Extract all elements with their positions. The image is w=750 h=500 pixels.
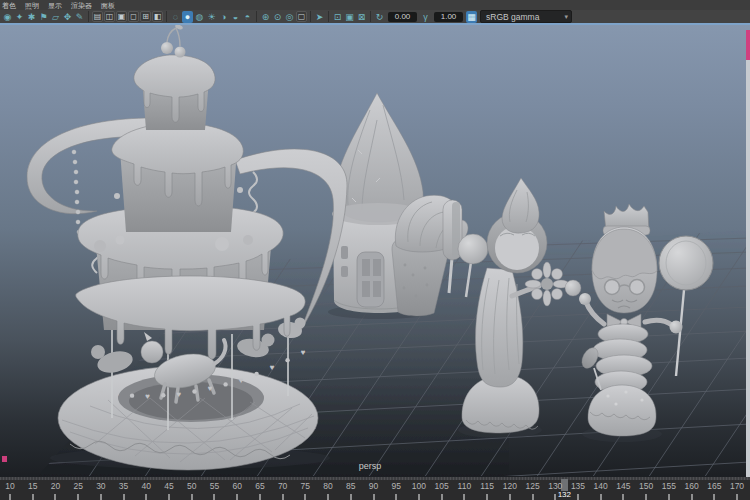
timeline-tick: [691, 494, 693, 500]
textured-icon[interactable]: ◍: [194, 11, 205, 23]
model-king-character: [565, 204, 713, 442]
timeline-tick: [9, 494, 11, 500]
timeline-tick: [32, 494, 34, 500]
menu-item-3[interactable]: 渲染器: [71, 1, 92, 10]
timeline-frame-label: 10: [5, 481, 14, 491]
exposure-field[interactable]: 0.00: [388, 12, 417, 22]
color-management-dropdown[interactable]: sRGB gamma▾: [480, 10, 572, 23]
image-plane-icon[interactable]: ▱: [50, 11, 61, 23]
timeline-frame-label: 90: [369, 481, 378, 491]
gamma-icon[interactable]: γ: [420, 11, 431, 23]
ambient-occlusion-icon[interactable]: ⊙: [272, 11, 283, 23]
timeline-frame-label: 55: [210, 481, 219, 491]
timeline-tick: [350, 494, 352, 500]
timeline-frame-label: 40: [142, 481, 151, 491]
timeline-frame-label: 45: [164, 481, 173, 491]
timeline-frame-label: 30: [96, 481, 105, 491]
exposure-icon[interactable]: ↻: [374, 11, 385, 23]
timeline-frame-label: 165: [707, 481, 721, 491]
color-management-value: sRGB gamma: [481, 12, 564, 22]
timeline-frame-label: 70: [278, 481, 287, 491]
layout-outliner-pane-icon[interactable]: ◧: [152, 11, 163, 22]
panel-menu-bar: 着色照明显示渲染器面板: [0, 0, 750, 10]
select-camera-icon[interactable]: ◉: [2, 11, 13, 23]
timeline-frame-label: 60: [232, 481, 241, 491]
svg-text:♥: ♥: [239, 376, 244, 385]
time-slider[interactable]: 132 101520253035404550556065707580859095…: [0, 477, 750, 500]
timeline-tick: [168, 494, 170, 500]
viewport-canvas: ♥♥♥♥♥♥♥♥: [0, 25, 750, 477]
use-lights-icon[interactable]: ☀: [206, 11, 217, 23]
gate-mask-icon[interactable]: ⊠: [356, 11, 367, 23]
resolution-gate-icon[interactable]: ▣: [344, 11, 355, 23]
right-edge-pink-strip: [746, 30, 750, 60]
model-cake-carousel: ♥♥♥♥♥♥♥♥: [27, 25, 347, 470]
layout-three-pane-icon[interactable]: ◻: [128, 11, 139, 22]
timeline-frame-label: 95: [391, 481, 400, 491]
layout-four-pane-icon[interactable]: ⊞: [140, 11, 151, 22]
gamma-field[interactable]: 1.00: [434, 12, 463, 22]
occlusion-icon[interactable]: ◒: [230, 11, 241, 23]
timeline-tick: [191, 494, 193, 500]
svg-text:♥: ♥: [208, 384, 213, 393]
layout-single-pane-icon[interactable]: ▤: [92, 11, 103, 22]
timeline-tick: [54, 494, 56, 500]
menu-item-2[interactable]: 显示: [48, 1, 62, 10]
toolbar-divider: [310, 11, 311, 22]
timeline-frame-label: 130: [548, 481, 562, 491]
timeline-frame-label: 35: [119, 481, 128, 491]
wireframe-icon[interactable]: ◌: [170, 11, 181, 23]
pink-marker: [2, 456, 7, 462]
timeline-tick: [645, 494, 647, 500]
timeline-frame-label: 140: [594, 481, 608, 491]
timeline-tick: [418, 494, 420, 500]
timeline-tick: [213, 494, 215, 500]
layout-two-pane-side-icon[interactable]: ◫: [104, 11, 115, 22]
menu-item-0[interactable]: 着色: [2, 1, 16, 10]
timeline-tick: [622, 494, 624, 500]
timeline-frame-label: 65: [255, 481, 264, 491]
menu-item-1[interactable]: 照明: [25, 1, 39, 10]
timeline-frame-label: 20: [51, 481, 60, 491]
panel-icon-toolbar: ◉✦✱⚑▱✥✎▤◫▣◻⊞◧◌●◍☀◑◒◓⊛⊙◎▢➤⊡▣⊠↻0.00γ1.00▦s…: [0, 10, 750, 23]
timeline-frame-label: 125: [525, 481, 539, 491]
timeline-frame-label: 155: [662, 481, 676, 491]
toolbar-divider: [328, 11, 329, 22]
svg-text:♥: ♥: [270, 363, 275, 372]
right-edge-scrollbar[interactable]: [746, 36, 750, 477]
svg-text:♥: ♥: [177, 390, 182, 399]
view-transform-icon[interactable]: ▦: [466, 11, 477, 23]
lock-camera-icon[interactable]: ✦: [14, 11, 25, 23]
timeline-tick: [236, 494, 238, 500]
timeline-tick: [577, 494, 579, 500]
timeline-frame-label: 150: [639, 481, 653, 491]
grease-pencil-icon[interactable]: ✎: [74, 11, 85, 23]
timeline-frame-label: 75: [301, 481, 310, 491]
xray-icon[interactable]: ▢: [296, 11, 307, 22]
shadows-icon[interactable]: ◑: [218, 11, 229, 23]
timeline-frame-label: 15: [28, 481, 37, 491]
timeline-tick: [304, 494, 306, 500]
timeline-frame-label: 110: [458, 481, 472, 491]
isolate-select-icon[interactable]: ➤: [314, 11, 325, 23]
timeline-frame-label: 105: [435, 481, 449, 491]
multisample-icon[interactable]: ⊛: [260, 11, 271, 23]
timeline-tick: [600, 494, 602, 500]
depth-of-field-icon[interactable]: ◎: [284, 11, 295, 23]
pan-zoom-icon[interactable]: ✥: [62, 11, 73, 23]
layout-two-pane-stacked-icon[interactable]: ▣: [116, 11, 127, 22]
menu-item-4[interactable]: 面板: [101, 1, 115, 10]
motion-blur-icon[interactable]: ◓: [242, 11, 253, 23]
bookmark-icon[interactable]: ⚑: [38, 11, 49, 23]
camera-attributes-icon[interactable]: ✱: [26, 11, 37, 23]
timeline-frame-label: 145: [616, 481, 630, 491]
film-gate-icon[interactable]: ⊡: [332, 11, 343, 23]
perspective-viewport[interactable]: ♥♥♥♥♥♥♥♥ persp: [0, 25, 750, 477]
toolbar-divider: [370, 11, 371, 22]
svg-text:♥: ♥: [145, 392, 150, 401]
smooth-shade-icon[interactable]: ●: [182, 11, 193, 23]
timeline-tick: [259, 494, 261, 500]
timeline-tick: [123, 494, 125, 500]
timeline-tick: [77, 494, 79, 500]
timeline-tick: [395, 494, 397, 500]
